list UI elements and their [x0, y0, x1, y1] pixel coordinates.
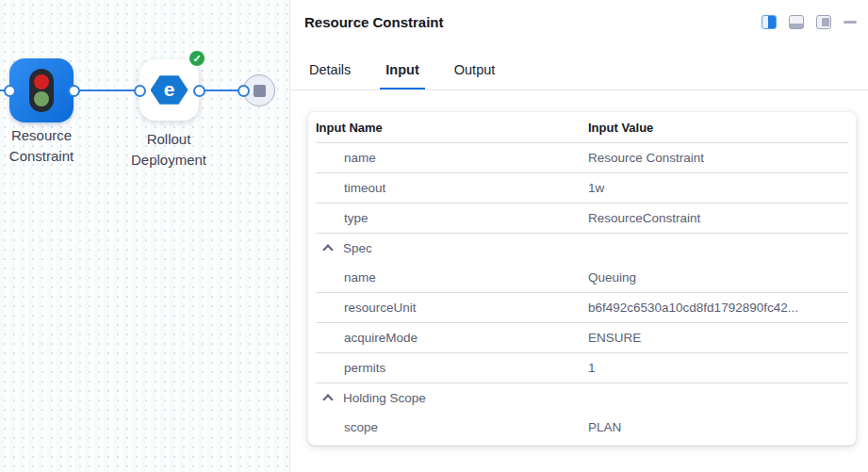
panel-title: Resource Constraint [304, 14, 444, 30]
table-row: nameQueuing [308, 263, 856, 292]
table-row: timeout1w [308, 173, 856, 203]
layout-bottom-panel-icon[interactable] [789, 15, 804, 29]
column-header-input-name: Input Name [308, 121, 587, 135]
tab-input[interactable]: Input [380, 62, 424, 90]
row-label: Holding Scope [343, 391, 426, 405]
minimize-icon[interactable] [843, 21, 857, 24]
table-row: typeResourceConstraint [308, 203, 856, 233]
table-row: scopePLAN [308, 413, 856, 442]
row-label: Spec [343, 241, 372, 255]
traffic-light-green [34, 91, 49, 106]
row-label: timeout [344, 181, 385, 195]
panel-toolbar [762, 15, 857, 29]
port-end-in[interactable] [237, 85, 250, 97]
layout-split-right-icon[interactable] [762, 15, 777, 29]
row-value: PLAN [587, 420, 856, 434]
row-label: acquireMode [344, 331, 418, 345]
edge-rc-to-rollout[interactable] [74, 90, 140, 91]
row-value: b6f492c6530a10cd8fd1792890fc42... [587, 301, 856, 315]
input-table-card: Input Name Input Value nameResource Cons… [307, 111, 857, 446]
section-header-row[interactable]: Holding Scope [308, 383, 856, 413]
success-check-badge: ✓ [188, 50, 205, 67]
port-rc-out[interactable] [68, 85, 80, 97]
row-label: type [344, 211, 368, 225]
row-value: ResourceConstraint [587, 211, 856, 225]
row-value: 1w [587, 181, 856, 195]
layout-right-overlay-icon[interactable] [816, 15, 831, 29]
rollout-logo-icon: e [151, 74, 188, 106]
node-label-resource-constraint: Resource Constraint [0, 125, 93, 166]
table-row: acquireModeENSURE [308, 323, 856, 352]
row-value: Resource Constraint [587, 151, 856, 165]
column-header-input-value: Input Value [587, 121, 856, 135]
row-label: name [344, 151, 376, 165]
node-label-rollout-deployment: Rollout Deployment [117, 129, 221, 170]
table-row: permits1 [308, 353, 856, 382]
stop-square-icon [254, 85, 266, 97]
traffic-light-icon [29, 69, 54, 112]
node-rollout-deployment[interactable]: e [139, 59, 199, 121]
chevron-up-icon[interactable] [322, 244, 333, 254]
details-panel: Resource Constraint Details Input Output… [289, 0, 868, 472]
row-label: permits [344, 361, 385, 375]
node-resource-constraint[interactable] [9, 58, 74, 122]
row-value: Queuing [587, 270, 856, 285]
port-rollout-in[interactable] [134, 85, 146, 97]
port-rollout-out[interactable] [193, 85, 205, 97]
panel-tabs: Details Input Output [303, 62, 500, 90]
row-label: name [344, 270, 376, 285]
workflow-canvas[interactable]: Resource Constraint e ✓ Rollout Deployme… [0, 0, 289, 472]
row-label: resourceUnit [344, 301, 417, 315]
input-table-body: nameResource Constrainttimeout1wtypeReso… [308, 143, 856, 442]
tab-details[interactable]: Details [303, 62, 356, 90]
chevron-up-icon[interactable] [322, 394, 333, 404]
table-row: resourceUnitb6f492c6530a10cd8fd1792890fc… [308, 293, 856, 322]
table-row: nameResource Constraint [308, 143, 856, 172]
row-value: ENSURE [587, 331, 856, 345]
tabs-divider [290, 90, 868, 90]
traffic-light-red [34, 74, 49, 90]
tab-output[interactable]: Output [449, 62, 501, 90]
table-header-row: Input Name Input Value [308, 112, 856, 142]
port-rc-in[interactable] [4, 85, 16, 97]
section-header-row[interactable]: Spec [308, 234, 856, 263]
row-value: 1 [587, 361, 856, 375]
row-label: scope [344, 420, 378, 434]
workflow-app: Resource Constraint e ✓ Rollout Deployme… [0, 0, 868, 472]
